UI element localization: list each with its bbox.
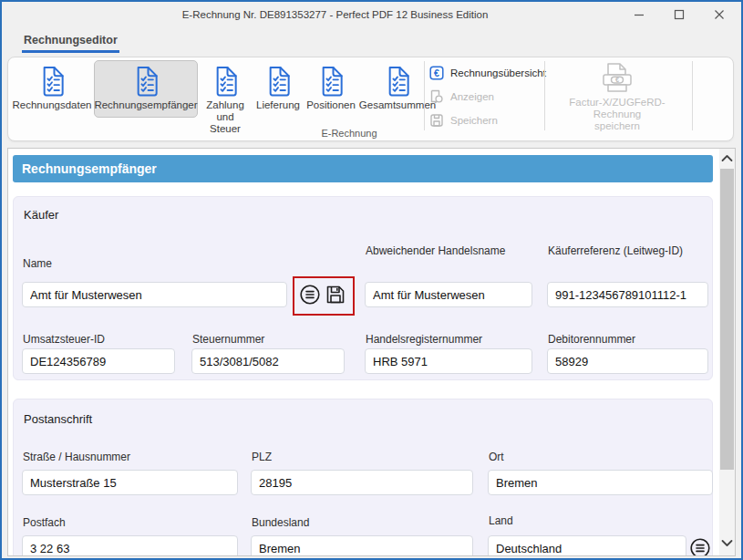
scroll-down-icon[interactable] [719, 534, 735, 550]
ribbon-button-rechnungsdaten[interactable]: Rechnungsdaten [10, 60, 94, 118]
label-ort: Ort [489, 451, 504, 463]
scroll-up-icon[interactable] [719, 150, 735, 166]
plz-input[interactable] [251, 470, 473, 495]
tab-rechnungseditor[interactable]: Rechnungseditor [22, 34, 119, 53]
ribbon-button-zahlung-und-steuer[interactable]: Zahlung und Steuer [198, 60, 253, 138]
vertical-scrollbar[interactable] [719, 149, 735, 555]
ort-input[interactable] [488, 470, 713, 495]
document-magnifier-icon [429, 89, 444, 104]
ribbon-group-label: E-Rechnung [8, 128, 690, 139]
document-save-icon [429, 113, 444, 128]
checklist-document-icon [384, 66, 411, 97]
minimize-icon[interactable] [619, 2, 659, 27]
label-bundesland: Bundesland [252, 516, 309, 529]
ribbon-button-rechnungsempfaenger[interactable]: Rechnungsempfänger [94, 60, 198, 118]
steuernummer-input[interactable] [191, 348, 345, 374]
close-icon[interactable] [699, 2, 739, 27]
button-factur-x-zugferd-speichern[interactable]: Factur-X/ZUGFeRD-Rechnungspeichern [548, 60, 686, 133]
ribbon-small-buttons: Rechnungsübersicht Anzeigen Speichern [429, 61, 546, 132]
ribbon: Rechnungsdaten Rechnungsempfänger Zahlun… [7, 57, 734, 141]
section-title: Käufer [24, 208, 58, 222]
scrollbar-thumb[interactable] [720, 169, 734, 470]
button-anzeigen[interactable]: Anzeigen [429, 85, 546, 109]
ribbon-button-gesamtsummen[interactable]: Gesamtsummen [358, 60, 437, 118]
label-kaeuferreferenz: Käuferreferenz (Leitweg-ID) [548, 244, 708, 257]
strasse-input[interactable] [22, 470, 238, 495]
window-title: E-Rechnung Nr. DE891353277 - Perfect PDF… [2, 2, 668, 27]
label-umsatzsteuer-id: Umsatzsteuer-ID [23, 333, 105, 346]
label-postfach: Postfach [23, 516, 66, 529]
handelsregisternummer-input[interactable] [365, 348, 532, 374]
label-name: Name [23, 257, 52, 270]
land-input[interactable] [488, 535, 686, 556]
ribbon-separator [424, 61, 425, 130]
name-input[interactable] [22, 282, 287, 307]
ribbon-separator [544, 61, 545, 130]
ribbon-button-lieferung[interactable]: Lieferung [253, 60, 304, 118]
umsatzsteuer-id-input[interactable] [22, 348, 175, 374]
postfach-input[interactable] [22, 535, 238, 556]
handelsname-input[interactable] [365, 282, 532, 307]
ribbon-tabbar: Rechnungseditor [2, 27, 741, 57]
section-title: Postanschrift [24, 412, 92, 426]
ribbon-nav-group: Rechnungsdaten Rechnungsempfänger Zahlun… [10, 60, 437, 138]
titlebar: E-Rechnung Nr. DE891353277 - Perfect PDF… [2, 2, 741, 27]
checklist-document-icon [38, 66, 66, 97]
label-debitorennummer: Debitorennummer [548, 333, 635, 346]
checklist-document-icon [317, 66, 345, 97]
ribbon-button-label: Rechnungsempfänger [94, 99, 197, 111]
checklist-document-icon [132, 66, 160, 97]
euro-badge-icon [429, 66, 444, 80]
ribbon-button-label: Lieferung [256, 99, 300, 111]
label-land: Land [489, 514, 513, 527]
button-rechnungsuebersicht[interactable]: Rechnungsübersicht [429, 61, 546, 85]
bundesland-input[interactable] [251, 535, 473, 556]
ribbon-button-positionen[interactable]: Positionen [304, 60, 358, 118]
section-postanschrift: Postanschrift Straße / Hausnummer PLZ Or… [13, 399, 713, 556]
app-window: E-Rechnung Nr. DE891353277 - Perfect PDF… [0, 0, 743, 560]
land-menu-icon[interactable] [690, 538, 710, 556]
content-panel: Rechnungsempfänger Käufer Name Abweichen… [7, 148, 736, 556]
invoice-printer-euro-icon [596, 60, 638, 95]
label-steuernummer: Steuernummer [192, 333, 264, 346]
label-handelsregisternummer: Handelsregisternummer [366, 333, 482, 346]
name-menu-icon[interactable] [300, 285, 320, 305]
kaeuferreferenz-input[interactable] [547, 282, 708, 307]
name-save-icon[interactable] [325, 284, 346, 306]
ribbon-separator [692, 61, 693, 130]
label-plz: PLZ [252, 451, 272, 463]
ribbon-button-label: Positionen [306, 99, 356, 111]
section-kaeufer: Käufer Name Abweichender Handelsname Käu… [13, 196, 713, 380]
label-strasse-hausnummer: Straße / Hausnummer [23, 451, 130, 463]
page-title: Rechnungsempfänger [13, 155, 713, 182]
label-abweichender-handelsname: Abweichender Handelsname [366, 244, 507, 257]
checklist-document-icon [264, 66, 292, 97]
checklist-document-icon [212, 66, 239, 97]
debitorennummer-input[interactable] [547, 348, 708, 374]
maximize-icon[interactable] [659, 2, 699, 27]
ribbon-button-label: Rechnungsdaten [13, 99, 92, 111]
window-controls [619, 2, 739, 27]
